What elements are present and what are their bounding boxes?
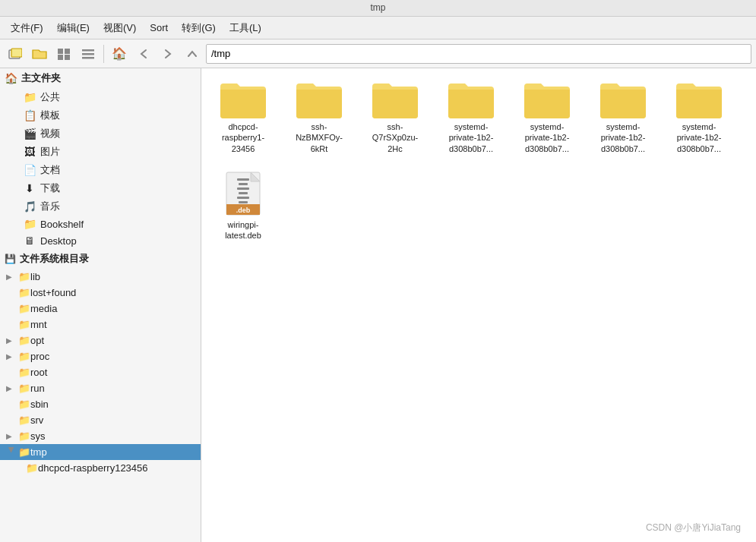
sidebar-item-label: 模板 xyxy=(40,109,60,122)
icon-view-btn[interactable] xyxy=(53,43,74,65)
expand-arrow-proc: ▶ xyxy=(6,352,17,361)
lib-folder-icon: 📁 xyxy=(18,271,30,282)
sidebar-item-label: sbin xyxy=(30,399,49,410)
sidebar-item-tupian[interactable]: 🖼 图片 xyxy=(0,143,201,161)
sidebar-item-root[interactable]: 📁 root xyxy=(0,364,201,380)
sidebar-item-label: 下载 xyxy=(40,181,60,195)
sidebar-item-label: 图片 xyxy=(40,145,60,159)
sidebar-item-desktop[interactable]: 🖥 Desktop xyxy=(0,232,201,249)
sidebar-main-folder[interactable]: 🏠 主文件夹 xyxy=(0,68,201,88)
sidebar-item-label: root xyxy=(30,367,47,378)
up-btn[interactable] xyxy=(182,43,203,65)
file-name-ssh-nz: ssh-NzBMXFOy-6kRt xyxy=(296,121,343,154)
svg-rect-4 xyxy=(58,55,63,60)
menu-item-file-menu[interactable]: 文件(F) xyxy=(5,20,49,36)
sidebar-item-xiazai[interactable]: ⬇ 下载 xyxy=(0,179,201,197)
toolbar-sep1 xyxy=(103,45,104,63)
sidebar-item-yinyue[interactable]: 🎵 音乐 xyxy=(0,197,201,216)
sidebar-item-mnt[interactable]: 📁 mnt xyxy=(0,317,201,332)
file-item-systemd2[interactable]: systemd-private-1b2-d308b0b7... xyxy=(513,76,581,159)
sidebar-item-proc[interactable]: ▶ 📁 proc xyxy=(0,348,201,364)
sidebar-item-label: opt xyxy=(30,335,44,346)
sidebar-item-lib[interactable]: ▶ 📁 lib xyxy=(0,269,201,285)
svg-rect-14 xyxy=(239,192,248,194)
file-grid: dhcpcd-raspberry1-23456 ssh-NzBMXFOy-6kR… xyxy=(209,76,748,245)
expand-arrow-sys: ▶ xyxy=(6,432,17,440)
dhcpcd-folder-icon: 📁 xyxy=(26,462,38,474)
folder-icon: 📁 xyxy=(23,91,36,103)
sidebar-item-lost-found[interactable]: 📁 lost+found xyxy=(0,285,201,301)
sidebar-item-label: lost+found xyxy=(30,287,76,298)
file-item-systemd1[interactable]: systemd-private-1b2-d308b0b7... xyxy=(437,76,505,159)
media-folder-icon: 📁 xyxy=(18,303,30,314)
srv-folder-icon: 📁 xyxy=(18,414,30,426)
file-name-wiringpi: wiringpi-latest.deb xyxy=(225,219,261,241)
sidebar-item-run[interactable]: ▶ 📁 run xyxy=(0,380,201,396)
sidebar-item-label: media xyxy=(30,303,57,314)
sidebar-item-media[interactable]: 📁 media xyxy=(0,301,201,317)
deb-file-svg: .deb xyxy=(223,171,263,216)
menu-bar: 文件(F)编辑(E)视图(V)Sort转到(G)工具(L) xyxy=(0,17,756,39)
new-window-btn[interactable] xyxy=(5,43,26,65)
address-bar[interactable]: /tmp xyxy=(206,44,751,64)
run-folder-icon: 📁 xyxy=(18,383,30,394)
folder-svg-ssh-q7 xyxy=(372,80,418,118)
video-icon: 🎬 xyxy=(23,128,36,140)
folder-svg-systemd1 xyxy=(448,80,494,118)
sidebar-item-moban[interactable]: 📋 模板 xyxy=(0,106,201,124)
lostfound-folder-icon: 📁 xyxy=(18,287,30,298)
forward-btn[interactable] xyxy=(157,43,179,65)
sidebar-item-tmp[interactable]: ▶ 📁 tmp xyxy=(0,444,201,460)
home-icon: 🏠 xyxy=(5,72,17,84)
sidebar-item-bookshelf[interactable]: 📁 Bookshelf xyxy=(0,216,201,232)
home-btn[interactable]: 🏠 xyxy=(109,43,130,65)
file-item-ssh-nz[interactable]: ssh-NzBMXFOy-6kRt xyxy=(285,76,353,159)
file-item-wiringpi[interactable]: .deb wiringpi-latest.deb xyxy=(209,166,277,246)
svg-rect-11 xyxy=(237,178,249,181)
sidebar: 🏠 主文件夹 📁 公共 📋 模板 🎬 视频 🖼 图片 📄 文档 ⬇ 下载 xyxy=(0,68,201,542)
toolbar: 🏠 /tmp xyxy=(0,39,756,68)
sidebar-item-sbin[interactable]: 📁 sbin xyxy=(0,396,201,412)
sidebar-item-wendang[interactable]: 📄 文档 xyxy=(0,161,201,179)
sidebar-item-srv[interactable]: 📁 srv xyxy=(0,412,201,428)
mnt-folder-icon: 📁 xyxy=(18,319,30,330)
music-icon: 🎵 xyxy=(23,200,36,213)
sidebar-item-shipin[interactable]: 🎬 视频 xyxy=(0,124,201,143)
image-icon: 🖼 xyxy=(23,146,36,158)
svg-text:.deb: .deb xyxy=(236,206,251,214)
hdd-icon: 💾 xyxy=(5,254,16,264)
folder-btn[interactable] xyxy=(29,43,50,65)
sidebar-item-gongxiang[interactable]: 📁 公共 xyxy=(0,88,201,106)
file-name-systemd3: systemd-private-1b2-d308b0b7... xyxy=(601,121,646,154)
menu-item-tools-menu[interactable]: 工具(L) xyxy=(223,20,267,36)
back-btn[interactable] xyxy=(133,43,154,65)
root-folder-icon: 📁 xyxy=(18,367,30,378)
menu-item-sort-menu[interactable]: Sort xyxy=(144,20,174,35)
menu-item-goto-menu[interactable]: 转到(G) xyxy=(176,20,222,36)
bookshelf-folder-icon: 📁 xyxy=(23,218,36,230)
window-title: tmp xyxy=(370,2,385,13)
svg-rect-5 xyxy=(65,55,70,60)
folder-svg-systemd4 xyxy=(676,80,722,118)
list-view-btn[interactable] xyxy=(77,43,99,65)
menu-item-edit-menu[interactable]: 编辑(E) xyxy=(51,20,96,36)
sidebar-item-label: dhcpcd-raspberry123456 xyxy=(38,462,148,474)
menu-item-view-menu[interactable]: 视图(V) xyxy=(97,20,142,36)
file-item-ssh-q7[interactable]: ssh-Q7rSXp0zu-2Hc xyxy=(361,76,429,159)
download-icon: ⬇ xyxy=(23,182,36,194)
content-area: dhcpcd-raspberry1-23456 ssh-NzBMXFOy-6kR… xyxy=(201,68,756,542)
svg-rect-7 xyxy=(82,53,94,55)
folder-svg-systemd3 xyxy=(600,80,646,118)
sidebar-fs-root[interactable]: 💾 文件系统根目录 xyxy=(0,249,201,269)
sidebar-item-opt[interactable]: ▶ 📁 opt xyxy=(0,332,201,348)
file-item-dhcpcd[interactable]: dhcpcd-raspberry1-23456 xyxy=(209,76,277,159)
sidebar-item-sys[interactable]: ▶ 📁 sys xyxy=(0,428,201,444)
expand-arrow-opt: ▶ xyxy=(6,336,17,345)
title-bar: tmp xyxy=(0,0,756,17)
tmp-folder-icon: 📁 xyxy=(18,446,30,458)
svg-rect-13 xyxy=(237,187,249,190)
sidebar-item-dhcpcd-rpi[interactable]: 📁 dhcpcd-raspberry123456 xyxy=(0,460,201,476)
file-item-systemd4[interactable]: systemd-private-1b2-d308b0b7... xyxy=(665,76,733,159)
file-item-systemd3[interactable]: systemd-private-1b2-d308b0b7... xyxy=(589,76,657,159)
fs-root-label: 文件系统根目录 xyxy=(20,252,89,266)
